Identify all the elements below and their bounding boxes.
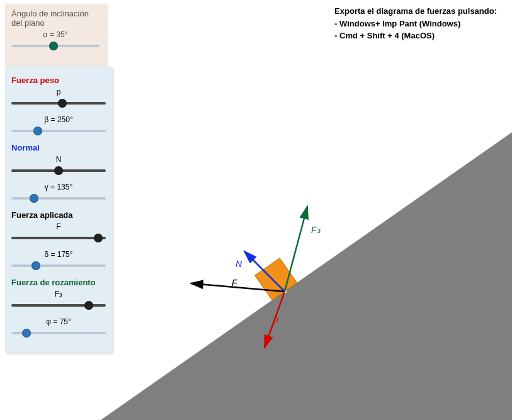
angle-value-label: α = 35°: [11, 30, 100, 39]
angle-title-line1: Ángulo de inclinación: [11, 9, 100, 18]
label-normal: N: [236, 259, 242, 269]
export-line2: - Windows+ Imp Pant (Windows): [334, 18, 497, 30]
inclined-plane: [101, 132, 512, 420]
forces-panel: Fuerza peso p β = 250° Normal N γ =: [5, 67, 112, 353]
aplicada-ang-slider[interactable]: [11, 260, 106, 271]
heading-peso: Fuerza peso: [11, 76, 106, 85]
aplicada-mag-label: F: [11, 222, 106, 231]
angle-panel: Ángulo de inclinación del plano α = 35°: [5, 4, 106, 65]
roz-mag-label: F₃: [11, 290, 106, 298]
label-applied: F: [232, 278, 238, 288]
label-friction: F₃: [311, 225, 321, 235]
peso-ang-label: β = 250°: [11, 115, 106, 124]
peso-mag-label: p: [11, 88, 106, 96]
angle-title-line2: del plano: [11, 18, 100, 28]
normal-mag-slider[interactable]: [11, 165, 106, 176]
roz-mag-slider[interactable]: [11, 300, 106, 311]
heading-aplicada: Fuerza aplicada: [11, 210, 106, 220]
normal-ang-label: γ = 135°: [11, 183, 106, 191]
aplicada-ang-label: δ = 175°: [11, 250, 106, 259]
peso-mag-slider[interactable]: [11, 98, 106, 109]
roz-ang-slider[interactable]: [11, 327, 106, 339]
heading-roz: Fuerza de rozamiento: [11, 278, 106, 287]
peso-ang-slider[interactable]: [11, 125, 106, 137]
normal-mag-label: N: [11, 155, 106, 164]
label-weight: p: [273, 314, 278, 324]
export-instructions: Exporta el diagrama de fuerzas pulsando:…: [334, 5, 497, 42]
export-line1: Exporta el diagrama de fuerzas pulsando:: [334, 5, 497, 18]
export-line3: - Cmd + Shift + 4 (MacOS): [334, 30, 497, 42]
angle-slider[interactable]: [11, 40, 100, 52]
normal-ang-slider[interactable]: [11, 193, 106, 204]
roz-ang-label: φ = 75°: [11, 317, 106, 326]
heading-normal: Normal: [11, 143, 106, 152]
app-canvas: N F F₃ p Ángulo de inclinación del plano…: [0, 0, 512, 420]
aplicada-mag-slider[interactable]: [11, 232, 106, 244]
